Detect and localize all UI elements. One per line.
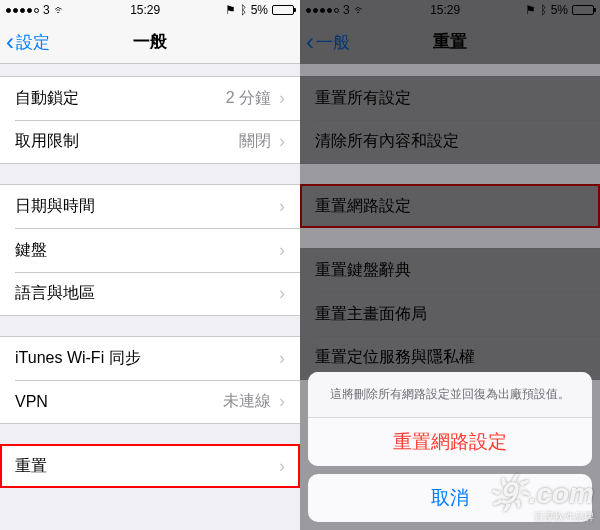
row-label: 重置鍵盤辭典 (315, 260, 585, 281)
back-label: 一般 (316, 31, 350, 54)
chevron-right-icon: › (279, 348, 285, 369)
row-label: 語言與地區 (15, 283, 279, 304)
row-label: 鍵盤 (15, 240, 279, 261)
row-value: 2 分鐘 (226, 88, 271, 109)
row-label: 自動鎖定 (15, 88, 226, 109)
row-keyboard[interactable]: 鍵盤 › (0, 228, 300, 272)
row-reset-all[interactable]: 重置所有設定 (300, 76, 600, 120)
screen-general-settings: 3 ᯤ 15:29 ⚑ ᛒ 5% ‹ 設定 一般 自動鎖定 2 分鐘 › 取用限… (0, 0, 300, 530)
sheet-message: 這將刪除所有網路設定並回復為出廠預設值。 (308, 372, 592, 418)
row-auto-lock[interactable]: 自動鎖定 2 分鐘 › (0, 76, 300, 120)
chevron-right-icon: › (279, 456, 285, 477)
row-itunes-wifi[interactable]: iTunes Wi-Fi 同步 › (0, 336, 300, 380)
row-restrictions[interactable]: 取用限制 關閉 › (0, 120, 300, 164)
clock: 15:29 (430, 3, 460, 17)
confirm-reset-button[interactable]: 重置網路設定 (308, 418, 592, 466)
row-reset-home[interactable]: 重置主畫面佈局 (300, 292, 600, 336)
nav-bar: ‹ 一般 重置 (300, 20, 600, 64)
nav-bar: ‹ 設定 一般 (0, 20, 300, 64)
carrier-label: 3 (343, 3, 350, 17)
battery-pct: 5% (251, 3, 268, 17)
row-date-time[interactable]: 日期與時間 › (0, 184, 300, 228)
battery-icon (572, 5, 594, 15)
back-label: 設定 (16, 31, 50, 54)
bluetooth-icon: ᛒ (240, 3, 247, 17)
chevron-left-icon: ‹ (6, 30, 14, 54)
screen-reset: 3 ᯤ 15:29 ⚑ ᛒ 5% ‹ 一般 重置 重置所有設定 清除所有內容和設… (300, 0, 600, 530)
signal-icon (306, 8, 339, 13)
row-reset-network[interactable]: 重置網路設定 (300, 184, 600, 228)
row-label: 重置網路設定 (315, 196, 585, 217)
signal-icon (6, 8, 39, 13)
chevron-right-icon: › (279, 196, 285, 217)
clock: 15:29 (130, 3, 160, 17)
bluetooth-icon: ᛒ (540, 3, 547, 17)
row-erase-all[interactable]: 清除所有內容和設定 (300, 120, 600, 164)
battery-icon (272, 5, 294, 15)
status-bar: 3 ᯤ 15:29 ⚑ ᛒ 5% (300, 0, 600, 20)
row-label: 日期與時間 (15, 196, 279, 217)
alarm-icon: ⚑ (525, 3, 536, 17)
action-sheet: 這將刪除所有網路設定並回復為出廠預設值。 重置網路設定 取消 (308, 372, 592, 522)
row-label: 重置 (15, 456, 279, 477)
chevron-right-icon: › (279, 88, 285, 109)
cancel-button[interactable]: 取消 (308, 474, 592, 522)
chevron-right-icon: › (279, 391, 285, 412)
alarm-icon: ⚑ (225, 3, 236, 17)
chevron-right-icon: › (279, 283, 285, 304)
row-label: 清除所有內容和設定 (315, 131, 585, 152)
row-label: 重置主畫面佈局 (315, 304, 585, 325)
chevron-right-icon: › (279, 240, 285, 261)
row-value: 關閉 (239, 131, 271, 152)
row-reset[interactable]: 重置 › (0, 444, 300, 488)
carrier-label: 3 (43, 3, 50, 17)
battery-pct: 5% (551, 3, 568, 17)
row-vpn[interactable]: VPN 未連線 › (0, 380, 300, 424)
wifi-icon: ᯤ (54, 3, 66, 17)
back-button[interactable]: ‹ 設定 (6, 20, 50, 64)
row-label: 取用限制 (15, 131, 239, 152)
chevron-right-icon: › (279, 131, 285, 152)
row-label: 重置定位服務與隱私權 (315, 347, 585, 368)
page-title: 一般 (133, 30, 167, 53)
row-lang-region[interactable]: 語言與地區 › (0, 272, 300, 316)
wifi-icon: ᯤ (354, 3, 366, 17)
row-label: iTunes Wi-Fi 同步 (15, 348, 279, 369)
row-label: 重置所有設定 (315, 88, 585, 109)
status-bar: 3 ᯤ 15:29 ⚑ ᛒ 5% (0, 0, 300, 20)
back-button[interactable]: ‹ 一般 (306, 20, 350, 64)
row-reset-keyboard[interactable]: 重置鍵盤辭典 (300, 248, 600, 292)
row-value: 未連線 (223, 391, 271, 412)
page-title: 重置 (433, 30, 467, 53)
chevron-left-icon: ‹ (306, 30, 314, 54)
row-label: VPN (15, 393, 223, 411)
